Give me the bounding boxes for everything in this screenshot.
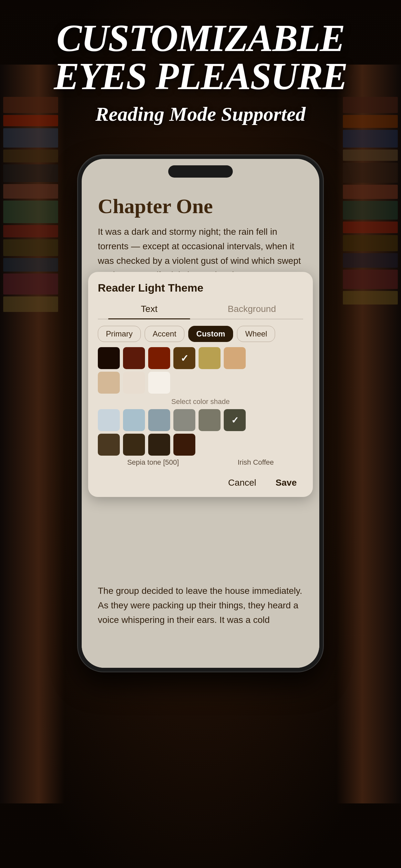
swatch-black[interactable] xyxy=(98,347,120,369)
action-row: Cancel Save xyxy=(98,472,303,491)
shade-sepia-light[interactable] xyxy=(98,434,120,456)
shade-sepia-dark[interactable] xyxy=(148,434,170,456)
swatch-light-tan[interactable] xyxy=(98,372,120,394)
pill-accent[interactable]: Accent xyxy=(145,326,184,342)
shade-medium-blue-gray[interactable] xyxy=(123,409,145,431)
shade-irish-coffee[interactable] xyxy=(174,434,195,456)
subtitle: Reading Mode Supported xyxy=(19,102,382,126)
divider-label: Select color shade xyxy=(98,398,303,406)
swatch-cream[interactable] xyxy=(123,372,145,394)
shade-gray-blue[interactable] xyxy=(148,409,170,431)
shade-olive-gray[interactable] xyxy=(198,409,220,431)
dynamic-island xyxy=(168,165,233,178)
phone-container: Chapter One It was a dark and stormy nig… xyxy=(78,155,323,672)
phone-frame: Chapter One It was a dark and stormy nig… xyxy=(78,155,323,672)
shade-section: Sepia tone [500] Irish Coffee xyxy=(98,409,303,467)
swatch-tan[interactable] xyxy=(224,347,246,369)
pill-custom[interactable]: Custom xyxy=(188,326,233,342)
shade-dark-olive[interactable] xyxy=(224,409,246,431)
pill-primary[interactable]: Primary xyxy=(98,326,141,342)
swatch-row-2 xyxy=(98,372,303,394)
shade-light-blue-gray[interactable] xyxy=(98,409,120,431)
phone-screen: Chapter One It was a dark and stormy nig… xyxy=(82,159,319,668)
main-title: CUSTOMIZABLE EYES PLEASURE xyxy=(19,20,382,96)
swatch-white-cream[interactable] xyxy=(148,372,170,394)
tone-label-sepia: Sepia tone [500] xyxy=(127,458,179,467)
save-button[interactable]: Save xyxy=(269,475,303,491)
tone-label-irish-coffee: Irish Coffee xyxy=(238,458,274,467)
cancel-button[interactable]: Cancel xyxy=(221,475,263,491)
tab-background[interactable]: Background xyxy=(201,301,303,319)
swatch-medium-brown[interactable] xyxy=(174,347,195,369)
swatch-gold[interactable] xyxy=(198,347,220,369)
shade-warm-gray[interactable] xyxy=(174,409,195,431)
shade-row-1 xyxy=(98,409,303,431)
tab-bar: Text Background xyxy=(98,301,303,319)
swatch-row-1 xyxy=(98,347,303,369)
pill-wheel[interactable]: Wheel xyxy=(237,326,275,342)
shelf-right xyxy=(336,65,401,803)
shade-sepia-medium[interactable] xyxy=(123,434,145,456)
tab-text[interactable]: Text xyxy=(98,301,201,319)
swatch-red-brown[interactable] xyxy=(148,347,170,369)
tone-labels: Sepia tone [500] Irish Coffee xyxy=(98,458,303,467)
swatch-dark-brown[interactable] xyxy=(123,347,145,369)
modal-title: Reader Light Theme xyxy=(98,282,303,294)
theme-modal: Reader Light Theme Text Background Prima… xyxy=(88,272,313,497)
shelf-left xyxy=(0,65,65,803)
headline-area: CUSTOMIZABLE EYES PLEASURE Reading Mode … xyxy=(0,20,401,126)
pill-row: Primary Accent Custom Wheel xyxy=(98,326,303,342)
shade-row-2 xyxy=(98,434,303,456)
